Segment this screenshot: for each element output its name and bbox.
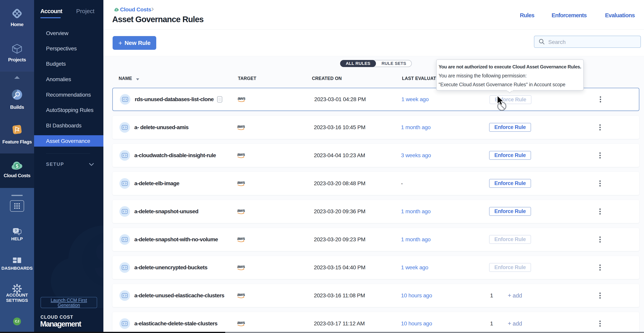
svg-text:$: $ [94, 230, 104, 291]
svg-text:$: $ [16, 163, 18, 169]
svg-text:?: ? [15, 229, 17, 232]
svg-text:$: $ [116, 9, 117, 11]
